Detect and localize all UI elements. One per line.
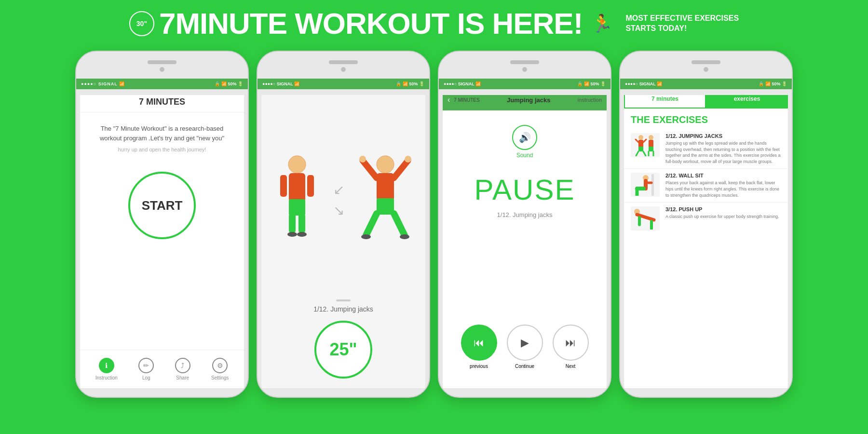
continue-btn-container[interactable]: ▶ Continue: [507, 325, 543, 369]
svg-rect-7: [280, 175, 287, 197]
jumping-jacks-thumb: [632, 135, 659, 156]
sound-area[interactable]: 🔊 Sound: [512, 125, 537, 159]
log-icon: ✏: [138, 358, 154, 373]
svg-line-13: [394, 214, 405, 235]
previous-button[interactable]: ⏮: [461, 325, 497, 361]
status-left-2: ●●●●○ SIGNAL 📶: [262, 81, 299, 86]
camera-3: [522, 67, 527, 72]
svg-point-5: [287, 232, 297, 237]
p1-bottom-nav: ℹ Instruction ✏ Log ⤴ Share ⚙ Settings: [80, 350, 244, 388]
svg-line-17: [394, 161, 408, 178]
svg-point-15: [400, 234, 409, 239]
continue-label: Continue: [515, 364, 534, 369]
start-button[interactable]: START: [128, 172, 196, 239]
exercise-desc-3: A classic push up exercise for upper bod…: [665, 214, 781, 220]
nav-settings[interactable]: ⚙ Settings: [211, 358, 229, 380]
previous-icon: ⏮: [474, 337, 484, 349]
nav-share[interactable]: ⤴ Share: [175, 358, 190, 380]
sound-circle: 🔊: [512, 125, 537, 150]
exercise-label-2: 1/12. Jumping jacks: [313, 305, 373, 313]
status-left-3: ●●●●○ SIGNAL 📶: [444, 81, 481, 86]
svg-rect-1: [289, 173, 305, 202]
speaker-2: [329, 60, 358, 64]
exercise-desc-1: Jumping up with the legs spread wide and…: [665, 140, 781, 164]
camera-4: [704, 67, 708, 72]
svg-rect-21: [638, 140, 643, 148]
log-label: Log: [142, 375, 150, 380]
svg-rect-2: [289, 199, 305, 216]
next-icon: ⏭: [565, 337, 576, 349]
svg-point-19: [405, 156, 411, 163]
nav-instruction[interactable]: ℹ Instruction: [95, 358, 118, 380]
exercise-item-2[interactable]: 2/12. WALL SIT Places your back against …: [624, 169, 788, 203]
exercise-content-3: 3/12. PUSH UP A classic push up exercise…: [665, 206, 781, 220]
phone-exercise: ●●●●○ SIGNAL 📶 🔒 📶 50% 🔋: [257, 51, 430, 398]
p4-content: 7 minutes exercises THE EXERCISES: [624, 89, 788, 388]
exercise-thumb-2: [631, 173, 660, 197]
phone4-screen: 7 minutes exercises THE EXERCISES: [624, 89, 788, 388]
svg-point-27: [649, 135, 653, 140]
back-btn[interactable]: ‹: [448, 95, 450, 104]
timer-circle[interactable]: 25": [314, 321, 372, 379]
svg-line-24: [643, 151, 646, 156]
exercise-thumb-1: [631, 133, 660, 157]
svg-rect-29: [649, 147, 653, 151]
figure-rest: [275, 151, 319, 247]
header-subtitle: MOST EFFECTIVE EXERCISES STARTS TODAY!: [625, 14, 739, 34]
status-left-1: ●●●●○ SIGNAL 📶: [81, 81, 124, 86]
continue-icon: ▶: [521, 337, 529, 349]
signal-4: ●●●●○ SIGNAL 📶: [625, 81, 662, 86]
exercise-item-1[interactable]: 1/12. JUMPING JACKS Jumping up with the …: [624, 129, 788, 169]
camera-2: [341, 67, 346, 72]
battery-1: 🔒 📶 50% 🔋: [215, 81, 243, 86]
signal-1: ●●●●○ SIGNAL: [81, 81, 118, 86]
jumping-jacks-figures: ↙ ↘: [275, 151, 412, 247]
sound-icon: 🔊: [519, 132, 531, 143]
next-label: Next: [566, 364, 576, 369]
exercise-thumb-3: [631, 206, 660, 231]
speaker-3: [510, 60, 539, 64]
signal-3: ●●●●○ SIGNAL 📶: [444, 81, 481, 86]
exercise-name-3: 3/12. PUSH UP: [665, 206, 781, 212]
svg-rect-8: [307, 175, 314, 197]
page-header: 30" 7MINUTE WORKOUT IS HERE! 🏃 MOST EFFE…: [0, 0, 868, 43]
svg-point-9: [377, 156, 394, 173]
next-button[interactable]: ⏭: [553, 325, 589, 361]
exercise-item-3[interactable]: 3/12. PUSH UP A classic push up exercise…: [624, 203, 788, 234]
camera-1: [160, 67, 164, 72]
instruction-tab[interactable]: instruction: [578, 97, 602, 103]
badge-30s: 30": [129, 11, 154, 36]
figure-jump: [359, 151, 412, 247]
continue-button[interactable]: ▶: [507, 325, 543, 361]
previous-label: previous: [470, 364, 488, 369]
nav-log[interactable]: ✏ Log: [138, 358, 154, 380]
p3-control-buttons: ⏮ previous ▶ Continue ⏭ Nex: [461, 325, 589, 369]
status-right-4: 🔒 📶 50% 🔋: [759, 81, 787, 86]
svg-rect-3: [289, 214, 296, 233]
start-label: START: [142, 198, 183, 213]
instruction-label: Instruction: [95, 375, 118, 380]
p3-content: ‹ 7 MINUTES Jumping jacks instruction 🔊 …: [443, 89, 607, 388]
phones-container: ●●●●○ SIGNAL 📶 🔒 📶 50% 🔋 7 MINUTES The "…: [0, 46, 868, 398]
exercise-desc-2: Places your back against a wall, keep th…: [665, 180, 781, 198]
next-btn-container[interactable]: ⏭ Next: [553, 325, 589, 369]
status-bar-1: ●●●●○ SIGNAL 📶 🔒 📶 50% 🔋: [76, 79, 248, 89]
timer-value: 25": [329, 339, 357, 360]
svg-rect-4: [298, 214, 305, 233]
figure-icon: 🏃: [591, 14, 613, 34]
svg-line-16: [363, 161, 377, 178]
svg-line-25: [636, 139, 638, 142]
svg-point-20: [638, 135, 643, 140]
previous-btn-container[interactable]: ⏮ previous: [461, 325, 497, 369]
exercise-content-2: 2/12. WALL SIT Places your back against …: [665, 173, 781, 198]
share-label: Share: [176, 375, 189, 380]
exercise-name-2: 2/12. WALL SIT: [665, 173, 781, 178]
p1-subtitle: hurry up and open the health journey!: [80, 147, 244, 162]
phone-list: ●●●●○ SIGNAL 📶 🔒 📶 50% 🔋 7 minutes exerc…: [619, 51, 793, 398]
svg-rect-28: [649, 140, 653, 148]
main-title: 7MINUTE WORKOUT IS HERE!: [159, 9, 583, 39]
svg-point-14: [361, 234, 371, 239]
figure-area: ↙ ↘: [261, 89, 425, 299]
status-right-1: 🔒 📶 50% 🔋: [215, 81, 243, 86]
share-icon: ⤴: [175, 358, 190, 373]
